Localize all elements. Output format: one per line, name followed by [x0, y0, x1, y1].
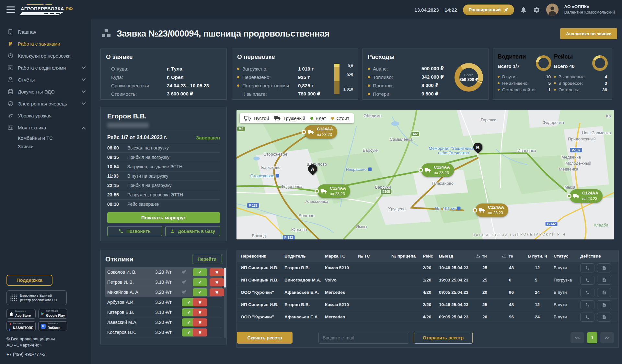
phone-icon [119, 229, 123, 234]
responses-panel: Отклики Перейти Соколов И. В. 3.20 ₽/т ✔… [100, 250, 227, 345]
load-bar-chart [334, 64, 340, 94]
response-row: Лаевский М.А. 3.20 ₽/т ✔ ✖ [105, 317, 222, 327]
timeline-row: 23:55 Разружен, проверка ЭТТН [107, 190, 220, 199]
call-driver-button[interactable] [580, 313, 594, 322]
documents-button[interactable] [597, 313, 611, 322]
map-place-label: Барыково [261, 165, 280, 170]
brand-logo[interactable]: АГРОПЕРЕВОЗКА.РФ [21, 4, 77, 15]
sidebar-item-harvest[interactable]: Уборка урожая [0, 110, 91, 122]
map-place-label: Мыза [564, 185, 575, 190]
truck-marker[interactable]: C124AAна 23:23 [421, 163, 454, 177]
reject-response-button[interactable]: ✖ [193, 308, 207, 316]
go-to-responses-button[interactable]: Перейти [192, 254, 222, 264]
call-driver-button[interactable] [580, 263, 594, 272]
card-title: О перевозке [237, 53, 352, 61]
reject-response-button[interactable]: ✖ [193, 328, 207, 336]
accept-response-button[interactable]: ✔ [193, 278, 207, 286]
responses-title: Отклики [105, 255, 133, 263]
pagination-current-page[interactable]: 1 [587, 332, 597, 343]
google-play-badge[interactable]: СКАЧАТЬ ИЗGoogle Play [38, 309, 67, 319]
documents-button[interactable] [597, 276, 611, 285]
response-row: Михайлов А. А. 3.20 ₽/т ✔ ✖ [105, 287, 222, 297]
reject-response-button[interactable]: ✖ [210, 278, 224, 286]
call-driver-button[interactable] [580, 300, 594, 309]
sidebar-item-drivers[interactable]: Работа с водителями [0, 62, 91, 74]
sidebar-item-my-equipment[interactable]: Моя техника [0, 122, 91, 134]
reject-response-button[interactable]: ✖ [210, 268, 224, 276]
add-to-base-button[interactable]: Добавить в базу [165, 226, 220, 236]
documents-button[interactable] [597, 288, 611, 297]
accept-response-button[interactable]: ✔ [193, 268, 207, 276]
app-store-badge[interactable]: Загрузите вApp Store [6, 309, 36, 319]
unload-check-icon [502, 253, 507, 259]
sidebar-item-calculator[interactable]: Калькулятор перевозки [0, 50, 91, 62]
call-driver-button[interactable] [580, 288, 594, 297]
map-place-label: Горелки [481, 117, 496, 122]
map-place-label: Сторожевое [263, 152, 287, 157]
menu-toggle-button[interactable] [6, 6, 15, 13]
phone-icon [585, 290, 590, 295]
truck-marker[interactable]: C124AAна 23:23 [570, 189, 603, 203]
sidebar-nav: Главная ₽ Работа с заявками Калькулятор … [0, 26, 91, 150]
sidebar-item-home[interactable]: Главная [0, 26, 91, 38]
driver-panel: Егоров В.В. Рейс 1/7 от 24.04.2023 г. За… [100, 107, 227, 241]
map-place-label: Барсуки [375, 185, 391, 190]
sidebar-subitem-requests[interactable]: Заявки [18, 142, 91, 150]
drivers-trips-card: Водители Всего 1/7 В пути:10 Не активено… [493, 49, 612, 100]
avatar[interactable] [546, 4, 559, 16]
person-icon [170, 229, 175, 234]
download-registry-button[interactable]: Скачать реестр [237, 332, 293, 344]
truck-filled-icon [274, 116, 281, 121]
support-button[interactable]: Поддержка [6, 275, 52, 286]
truck-marker[interactable]: C124AAна 23:23 [304, 125, 337, 139]
truck-marker[interactable]: C124AAна 23:23 [317, 184, 350, 198]
sidebar-item-reports[interactable]: Отчёты [0, 74, 91, 86]
documents-button[interactable] [597, 300, 611, 309]
plan-badge-button[interactable]: Расширенный [463, 5, 514, 15]
truck-marker[interactable]: C124AAна 23:23 [475, 204, 508, 217]
map-place-label: Самыленка [390, 137, 412, 142]
show-route-button[interactable]: Показать маршрут [107, 212, 220, 223]
driver-card-icon [7, 65, 14, 71]
accept-response-button[interactable]: ✔ [193, 288, 207, 296]
road-badge: Р-132 [247, 203, 259, 208]
reject-response-button[interactable]: ✖ [193, 318, 207, 326]
user-block[interactable]: АО «ОППК» Валентин Комсомольский [564, 4, 615, 15]
timeline-row: 08:35 Прибыл на погрузку [107, 152, 220, 162]
call-button[interactable]: Позвонить [107, 226, 162, 236]
document-icon [602, 266, 606, 270]
pagination-next-button[interactable]: >> [600, 332, 614, 343]
load-tons-header: тн [475, 253, 502, 259]
reject-response-button[interactable]: ✖ [193, 298, 207, 306]
nashstore-badge[interactable]: Доступно вNASHSTORE [6, 321, 36, 331]
truck-icon [478, 207, 486, 213]
send-registry-button[interactable]: Отправить реестр [414, 332, 473, 344]
sidebar-item-queue[interactable]: Электронная очередь [0, 98, 91, 110]
notifications-bell-icon[interactable] [520, 6, 527, 13]
settings-gear-icon[interactable] [533, 6, 540, 14]
map-place-label: Ивановка [517, 148, 536, 153]
sidebar-subitem-combines[interactable]: Комбайны и ТС [18, 134, 91, 142]
sidebar-item-edo-documents[interactable]: Документы ЭДО [0, 86, 91, 98]
chevron-down-icon [82, 101, 86, 105]
response-row: Петров И. В. 3.10 ₽/т ✔ ✖ [105, 277, 222, 287]
registry-badge[interactable]: Включено в Единыйреестр российского ПО [6, 290, 67, 305]
analytics-button[interactable]: Аналитика по заявке [560, 28, 617, 39]
call-driver-button[interactable] [580, 276, 594, 285]
truck-outline-icon [244, 116, 251, 121]
email-input[interactable] [318, 332, 409, 344]
rustore-badge[interactable]: R Доступно вRuStore [38, 321, 67, 331]
current-date: 13.04.2023 [414, 7, 439, 13]
support-phone[interactable]: +7 (499) 490-777-3 [6, 352, 71, 357]
map-place-label: Придорожный [568, 137, 595, 141]
truck-icon [307, 129, 315, 135]
map[interactable]: Пустой Груженый Едет Стоит ОбидимоГорелк… [236, 110, 614, 239]
sidebar-item-requests[interactable]: ₽ Работа с заявками [0, 38, 91, 50]
rocket-icon [503, 7, 508, 12]
reject-response-button[interactable]: ✖ [210, 288, 224, 296]
map-place-label: Нов. Знаменка [582, 130, 611, 135]
responses-scrollbar[interactable] [224, 268, 226, 338]
documents-button[interactable] [597, 263, 611, 272]
road-badge: Е105 [381, 189, 391, 194]
pagination-prev-button[interactable]: << [570, 332, 584, 343]
